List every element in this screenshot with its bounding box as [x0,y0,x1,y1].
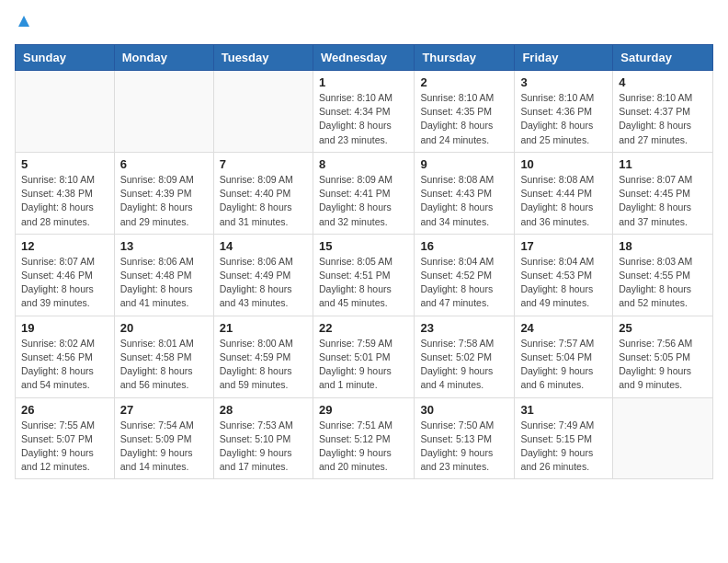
day-number: 19 [21,321,108,335]
calendar-cell [114,71,213,153]
day-number: 13 [120,239,208,253]
day-number: 21 [220,321,307,335]
calendar-cell: 5Sunrise: 8:10 AMSunset: 4:38 PMDaylight… [16,152,115,234]
calendar-cell: 22Sunrise: 7:59 AMSunset: 5:01 PMDayligh… [313,316,414,397]
day-number: 22 [319,321,408,335]
calendar-cell: 21Sunrise: 8:00 AMSunset: 4:59 PMDayligh… [213,316,313,397]
day-info: Sunrise: 8:00 AMSunset: 4:59 PMDaylight:… [220,337,307,393]
day-info: Sunrise: 8:10 AMSunset: 4:37 PMDaylight:… [619,91,707,147]
calendar-cell: 3Sunrise: 8:10 AMSunset: 4:36 PMDaylight… [515,71,613,153]
calendar-cell: 17Sunrise: 8:04 AMSunset: 4:53 PMDayligh… [515,234,613,316]
calendar-cell [16,71,115,153]
day-info: Sunrise: 8:09 AMSunset: 4:40 PMDaylight:… [220,173,307,229]
day-number: 26 [21,403,108,417]
day-info: Sunrise: 7:50 AMSunset: 5:13 PMDaylight:… [420,419,508,475]
col-header-thursday: Thursday [415,45,515,71]
calendar-cell: 7Sunrise: 8:09 AMSunset: 4:40 PMDaylight… [213,152,313,234]
calendar-cell: 15Sunrise: 8:05 AMSunset: 4:51 PMDayligh… [313,234,414,316]
day-info: Sunrise: 8:10 AMSunset: 4:34 PMDaylight:… [319,91,408,147]
calendar-cell: 24Sunrise: 7:57 AMSunset: 5:04 PMDayligh… [515,316,613,397]
day-info: Sunrise: 7:58 AMSunset: 5:02 PMDaylight:… [420,337,508,393]
calendar-cell: 14Sunrise: 8:06 AMSunset: 4:49 PMDayligh… [213,234,313,316]
day-number: 20 [120,321,208,335]
calendar-cell: 4Sunrise: 8:10 AMSunset: 4:37 PMDaylight… [613,71,713,153]
calendar-cell: 19Sunrise: 8:02 AMSunset: 4:56 PMDayligh… [16,316,115,397]
calendar-cell: 29Sunrise: 7:51 AMSunset: 5:12 PMDayligh… [313,397,414,479]
day-info: Sunrise: 8:06 AMSunset: 4:48 PMDaylight:… [120,255,208,311]
day-number: 30 [420,403,508,417]
day-info: Sunrise: 8:10 AMSunset: 4:38 PMDaylight:… [21,173,108,229]
day-number: 3 [520,75,607,89]
calendar-cell: 26Sunrise: 7:55 AMSunset: 5:07 PMDayligh… [16,397,115,479]
calendar-cell [613,397,713,479]
logo-triangle-icon [17,15,30,31]
calendar-cell: 16Sunrise: 8:04 AMSunset: 4:52 PMDayligh… [415,234,515,316]
calendar-cell: 30Sunrise: 7:50 AMSunset: 5:13 PMDayligh… [415,397,515,479]
logo [15,15,30,33]
day-info: Sunrise: 7:56 AMSunset: 5:05 PMDaylight:… [619,337,707,393]
calendar-table: SundayMondayTuesdayWednesdayThursdayFrid… [15,44,713,479]
day-info: Sunrise: 8:01 AMSunset: 4:58 PMDaylight:… [120,337,208,393]
day-number: 14 [220,239,307,253]
day-number: 15 [319,239,408,253]
col-header-wednesday: Wednesday [313,45,414,71]
day-info: Sunrise: 7:59 AMSunset: 5:01 PMDaylight:… [319,337,408,393]
day-number: 23 [420,321,508,335]
calendar-cell: 13Sunrise: 8:06 AMSunset: 4:48 PMDayligh… [114,234,213,316]
day-info: Sunrise: 8:10 AMSunset: 4:36 PMDaylight:… [520,91,607,147]
day-number: 9 [420,157,508,171]
day-number: 2 [420,75,508,89]
day-info: Sunrise: 8:08 AMSunset: 4:43 PMDaylight:… [420,173,508,229]
day-info: Sunrise: 8:08 AMSunset: 4:44 PMDaylight:… [520,173,607,229]
day-info: Sunrise: 8:10 AMSunset: 4:35 PMDaylight:… [420,91,508,147]
day-info: Sunrise: 8:09 AMSunset: 4:39 PMDaylight:… [120,173,208,229]
day-info: Sunrise: 8:04 AMSunset: 4:53 PMDaylight:… [520,255,607,311]
calendar-cell: 18Sunrise: 8:03 AMSunset: 4:55 PMDayligh… [613,234,713,316]
calendar-cell: 28Sunrise: 7:53 AMSunset: 5:10 PMDayligh… [213,397,313,479]
calendar-cell: 20Sunrise: 8:01 AMSunset: 4:58 PMDayligh… [114,316,213,397]
day-number: 1 [319,75,408,89]
day-number: 11 [619,157,707,171]
day-info: Sunrise: 7:51 AMSunset: 5:12 PMDaylight:… [319,419,408,475]
col-header-monday: Monday [114,45,213,71]
calendar-week-row: 26Sunrise: 7:55 AMSunset: 5:07 PMDayligh… [16,397,713,479]
day-info: Sunrise: 8:09 AMSunset: 4:41 PMDaylight:… [319,173,408,229]
col-header-friday: Friday [515,45,613,71]
day-info: Sunrise: 7:49 AMSunset: 5:15 PMDaylight:… [520,419,607,475]
day-number: 6 [120,157,208,171]
day-number: 12 [21,239,108,253]
day-info: Sunrise: 7:57 AMSunset: 5:04 PMDaylight:… [520,337,607,393]
day-info: Sunrise: 8:07 AMSunset: 4:46 PMDaylight:… [21,255,108,311]
page-header [15,15,713,33]
calendar-cell [213,71,313,153]
day-number: 5 [21,157,108,171]
calendar-header-row: SundayMondayTuesdayWednesdayThursdayFrid… [16,45,713,71]
calendar-cell: 1Sunrise: 8:10 AMSunset: 4:34 PMDaylight… [313,71,414,153]
calendar-cell: 2Sunrise: 8:10 AMSunset: 4:35 PMDaylight… [415,71,515,153]
col-header-tuesday: Tuesday [213,45,313,71]
calendar-cell: 11Sunrise: 8:07 AMSunset: 4:45 PMDayligh… [613,152,713,234]
day-number: 31 [520,403,607,417]
calendar-week-row: 19Sunrise: 8:02 AMSunset: 4:56 PMDayligh… [16,316,713,397]
calendar-cell: 23Sunrise: 7:58 AMSunset: 5:02 PMDayligh… [415,316,515,397]
day-number: 4 [619,75,707,89]
calendar-cell: 10Sunrise: 8:08 AMSunset: 4:44 PMDayligh… [515,152,613,234]
calendar-week-row: 12Sunrise: 8:07 AMSunset: 4:46 PMDayligh… [16,234,713,316]
svg-marker-0 [18,16,29,27]
calendar-cell: 25Sunrise: 7:56 AMSunset: 5:05 PMDayligh… [613,316,713,397]
col-header-saturday: Saturday [613,45,713,71]
day-number: 28 [220,403,307,417]
day-number: 29 [319,403,408,417]
calendar-cell: 27Sunrise: 7:54 AMSunset: 5:09 PMDayligh… [114,397,213,479]
calendar-cell: 6Sunrise: 8:09 AMSunset: 4:39 PMDaylight… [114,152,213,234]
day-number: 17 [520,239,607,253]
day-info: Sunrise: 8:07 AMSunset: 4:45 PMDaylight:… [619,173,707,229]
day-number: 24 [520,321,607,335]
day-info: Sunrise: 8:04 AMSunset: 4:52 PMDaylight:… [420,255,508,311]
calendar-cell: 12Sunrise: 8:07 AMSunset: 4:46 PMDayligh… [16,234,115,316]
calendar-cell: 31Sunrise: 7:49 AMSunset: 5:15 PMDayligh… [515,397,613,479]
day-number: 8 [319,157,408,171]
day-info: Sunrise: 7:53 AMSunset: 5:10 PMDaylight:… [220,419,307,475]
day-number: 16 [420,239,508,253]
calendar-cell: 9Sunrise: 8:08 AMSunset: 4:43 PMDaylight… [415,152,515,234]
